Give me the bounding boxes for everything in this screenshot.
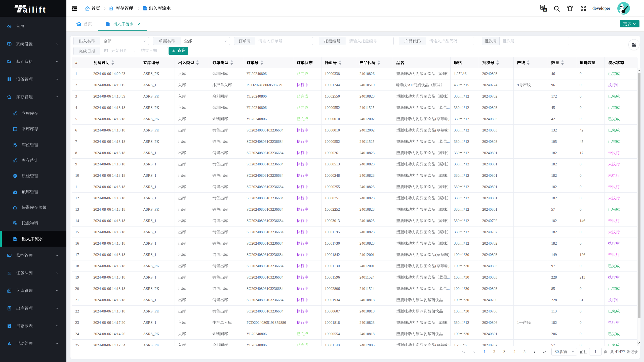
svg-text:A: A [544,8,546,11]
svg-text:ailift: ailift [23,5,47,14]
